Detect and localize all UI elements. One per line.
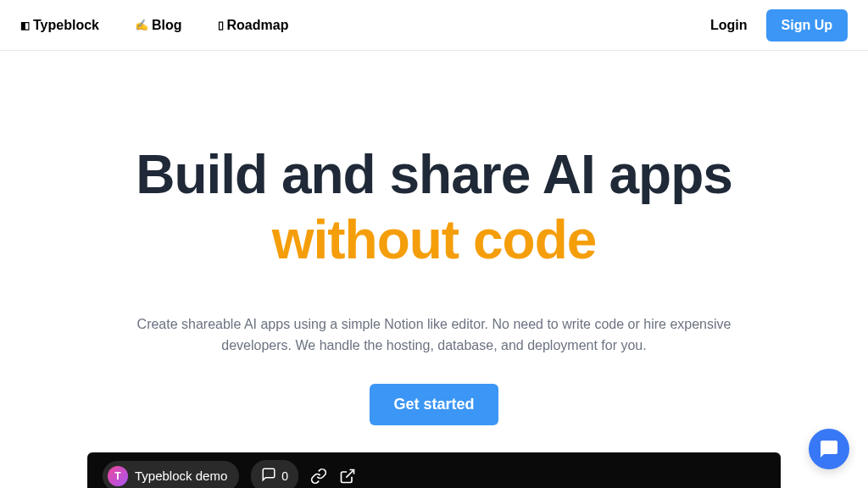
logo-text: Typeblock <box>33 18 99 33</box>
comment-icon <box>261 467 276 485</box>
login-link[interactable]: Login <box>710 18 748 33</box>
nav-link-blog-label: Blog <box>152 18 182 33</box>
hero-title-highlight: without code <box>34 208 834 273</box>
hero-title: Build and share AI apps without code <box>34 142 834 273</box>
hero-subtitle: Create shareable AI apps using a simple … <box>120 313 748 357</box>
video-comments-button[interactable]: 0 <box>251 460 298 488</box>
external-link-icon[interactable] <box>339 468 356 485</box>
svg-line-0 <box>346 469 353 477</box>
nav-left: ◧ Typeblock ✍ Blog ▯ Roadmap <box>20 18 288 33</box>
video-avatar: T <box>108 466 128 486</box>
hero-title-line1: Build and share AI apps <box>136 144 732 205</box>
video-comments-count: 0 <box>281 469 288 483</box>
roadmap-icon: ▯ <box>218 19 224 31</box>
signup-button[interactable]: Sign Up <box>766 9 848 42</box>
get-started-button[interactable]: Get started <box>370 384 498 425</box>
nav-link-roadmap-label: Roadmap <box>227 18 289 33</box>
video-badge[interactable]: T Typeblock demo <box>103 461 239 488</box>
link-icon[interactable] <box>310 468 327 485</box>
chat-widget-button[interactable] <box>809 429 849 469</box>
nav-link-blog[interactable]: ✍ Blog <box>135 18 182 33</box>
nav-right: Login Sign Up <box>710 9 848 42</box>
video-title: Typeblock demo <box>135 469 227 483</box>
navbar: ◧ Typeblock ✍ Blog ▯ Roadmap Login Sign … <box>0 0 868 51</box>
logo-icon: ◧ <box>20 19 30 31</box>
logo-link[interactable]: ◧ Typeblock <box>20 18 99 33</box>
hero-section: Build and share AI apps without code Cre… <box>0 51 868 488</box>
nav-link-roadmap[interactable]: ▯ Roadmap <box>218 18 289 33</box>
pencil-icon: ✍ <box>135 19 148 31</box>
video-embed[interactable]: T Typeblock demo 0 <box>87 452 781 488</box>
